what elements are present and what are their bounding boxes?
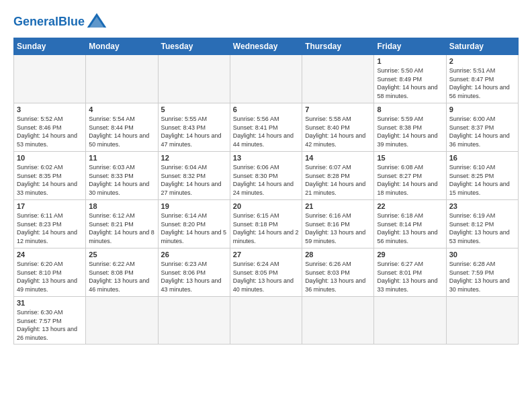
- logo-general: General: [13, 15, 58, 28]
- calendar-cell: [158, 55, 230, 103]
- calendar-cell: 27Sunrise: 6:24 AM Sunset: 8:05 PM Dayli…: [230, 248, 302, 297]
- day-number: 17: [17, 202, 83, 210]
- day-header-monday: Monday: [86, 38, 158, 55]
- calendar-cell: 24Sunrise: 6:20 AM Sunset: 8:10 PM Dayli…: [14, 248, 86, 297]
- day-number: 5: [161, 105, 227, 113]
- day-number: 30: [449, 250, 515, 259]
- day-header-tuesday: Tuesday: [158, 38, 230, 55]
- day-info: Sunrise: 5:50 AM Sunset: 8:49 PM Dayligh…: [377, 66, 443, 100]
- day-number: 7: [305, 105, 371, 113]
- day-number: 29: [377, 250, 443, 259]
- calendar-cell: 5Sunrise: 5:55 AM Sunset: 8:43 PM Daylig…: [158, 103, 230, 152]
- calendar-cell: 25Sunrise: 6:22 AM Sunset: 8:08 PM Dayli…: [86, 248, 158, 297]
- calendar-week-row: 10Sunrise: 6:02 AM Sunset: 8:35 PM Dayli…: [14, 152, 519, 200]
- day-number: 1: [377, 57, 443, 65]
- calendar-cell: 4Sunrise: 5:54 AM Sunset: 8:44 PM Daylig…: [86, 103, 158, 152]
- calendar-cell: 9Sunrise: 6:00 AM Sunset: 8:37 PM Daylig…: [446, 103, 518, 152]
- day-header-thursday: Thursday: [302, 38, 374, 55]
- calendar-cell: 29Sunrise: 6:27 AM Sunset: 8:01 PM Dayli…: [374, 248, 446, 297]
- calendar-cell: 30Sunrise: 6:28 AM Sunset: 7:59 PM Dayli…: [446, 248, 518, 297]
- calendar-cell: [230, 297, 302, 345]
- day-number: 13: [233, 154, 299, 162]
- day-number: 6: [233, 105, 299, 113]
- day-number: 10: [17, 154, 83, 162]
- day-number: 16: [449, 154, 515, 162]
- logo-icon: [86, 11, 107, 32]
- calendar-cell: 28Sunrise: 6:26 AM Sunset: 8:03 PM Dayli…: [302, 248, 374, 297]
- calendar-cell: [230, 55, 302, 103]
- day-info: Sunrise: 6:26 AM Sunset: 8:03 PM Dayligh…: [305, 260, 371, 293]
- calendar-cell: 21Sunrise: 6:16 AM Sunset: 8:16 PM Dayli…: [302, 200, 374, 248]
- day-info: Sunrise: 6:15 AM Sunset: 8:18 PM Dayligh…: [233, 212, 299, 245]
- day-number: 26: [161, 250, 227, 259]
- calendar-cell: [86, 297, 158, 345]
- calendar-cell: 8Sunrise: 5:59 AM Sunset: 8:38 PM Daylig…: [374, 103, 446, 152]
- day-info: Sunrise: 6:07 AM Sunset: 8:28 PM Dayligh…: [305, 163, 371, 197]
- day-number: 11: [89, 154, 154, 162]
- day-info: Sunrise: 6:19 AM Sunset: 8:12 PM Dayligh…: [449, 212, 515, 245]
- day-info: Sunrise: 6:08 AM Sunset: 8:27 PM Dayligh…: [377, 163, 443, 197]
- logo-blue: Blue: [58, 15, 85, 28]
- day-number: 3: [17, 105, 83, 113]
- logo-text: GeneralBlue: [13, 15, 85, 28]
- day-info: Sunrise: 6:18 AM Sunset: 8:14 PM Dayligh…: [377, 212, 443, 245]
- calendar-cell: 26Sunrise: 6:23 AM Sunset: 8:06 PM Dayli…: [158, 248, 230, 297]
- header: GeneralBlue: [13, 11, 519, 32]
- day-number: 18: [89, 202, 154, 210]
- calendar-cell: 7Sunrise: 5:58 AM Sunset: 8:40 PM Daylig…: [302, 103, 374, 152]
- day-number: 23: [449, 202, 515, 210]
- day-info: Sunrise: 6:30 AM Sunset: 7:57 PM Dayligh…: [17, 308, 83, 342]
- day-number: 27: [233, 250, 299, 259]
- day-info: Sunrise: 6:02 AM Sunset: 8:35 PM Dayligh…: [17, 163, 83, 197]
- day-number: 15: [377, 154, 443, 162]
- day-info: Sunrise: 6:10 AM Sunset: 8:25 PM Dayligh…: [449, 163, 515, 197]
- day-number: 28: [305, 250, 371, 259]
- day-info: Sunrise: 5:51 AM Sunset: 8:47 PM Dayligh…: [449, 66, 515, 100]
- day-info: Sunrise: 5:55 AM Sunset: 8:43 PM Dayligh…: [161, 115, 227, 148]
- day-info: Sunrise: 6:11 AM Sunset: 8:23 PM Dayligh…: [17, 212, 83, 245]
- calendar-week-row: 31Sunrise: 6:30 AM Sunset: 7:57 PM Dayli…: [14, 297, 519, 345]
- calendar-cell: [158, 297, 230, 345]
- calendar-cell: 17Sunrise: 6:11 AM Sunset: 8:23 PM Dayli…: [14, 200, 86, 248]
- calendar-table: SundayMondayTuesdayWednesdayThursdayFrid…: [13, 38, 519, 345]
- day-number: 21: [305, 202, 371, 210]
- day-header-saturday: Saturday: [446, 38, 518, 55]
- calendar-week-row: 1Sunrise: 5:50 AM Sunset: 8:49 PM Daylig…: [14, 55, 519, 103]
- calendar-header-row: SundayMondayTuesdayWednesdayThursdayFrid…: [14, 38, 519, 55]
- day-info: Sunrise: 5:52 AM Sunset: 8:46 PM Dayligh…: [17, 115, 83, 148]
- day-info: Sunrise: 5:59 AM Sunset: 8:38 PM Dayligh…: [377, 115, 443, 148]
- calendar-cell: [14, 55, 86, 103]
- calendar-cell: 10Sunrise: 6:02 AM Sunset: 8:35 PM Dayli…: [14, 152, 86, 200]
- calendar-week-row: 3Sunrise: 5:52 AM Sunset: 8:46 PM Daylig…: [14, 103, 519, 152]
- calendar-cell: [374, 297, 446, 345]
- day-info: Sunrise: 6:27 AM Sunset: 8:01 PM Dayligh…: [377, 260, 443, 293]
- day-info: Sunrise: 5:56 AM Sunset: 8:41 PM Dayligh…: [233, 115, 299, 148]
- day-info: Sunrise: 6:12 AM Sunset: 8:21 PM Dayligh…: [89, 212, 154, 245]
- calendar-cell: [446, 297, 518, 345]
- day-number: 25: [89, 250, 154, 259]
- calendar-cell: 22Sunrise: 6:18 AM Sunset: 8:14 PM Dayli…: [374, 200, 446, 248]
- day-number: 22: [377, 202, 443, 210]
- day-info: Sunrise: 6:28 AM Sunset: 7:59 PM Dayligh…: [449, 260, 515, 293]
- page: GeneralBlue SundayMondayTuesdayWednesday…: [0, 0, 532, 411]
- day-info: Sunrise: 6:22 AM Sunset: 8:08 PM Dayligh…: [89, 260, 154, 293]
- calendar-cell: [302, 55, 374, 103]
- day-info: Sunrise: 6:04 AM Sunset: 8:32 PM Dayligh…: [161, 163, 227, 197]
- calendar-cell: 3Sunrise: 5:52 AM Sunset: 8:46 PM Daylig…: [14, 103, 86, 152]
- day-info: Sunrise: 6:03 AM Sunset: 8:33 PM Dayligh…: [89, 163, 154, 197]
- day-header-friday: Friday: [374, 38, 446, 55]
- day-info: Sunrise: 5:58 AM Sunset: 8:40 PM Dayligh…: [305, 115, 371, 148]
- calendar-cell: 18Sunrise: 6:12 AM Sunset: 8:21 PM Dayli…: [86, 200, 158, 248]
- day-number: 12: [161, 154, 227, 162]
- calendar-cell: 23Sunrise: 6:19 AM Sunset: 8:12 PM Dayli…: [446, 200, 518, 248]
- day-info: Sunrise: 6:06 AM Sunset: 8:30 PM Dayligh…: [233, 163, 299, 197]
- logo: GeneralBlue: [13, 11, 107, 32]
- calendar-cell: 14Sunrise: 6:07 AM Sunset: 8:28 PM Dayli…: [302, 152, 374, 200]
- day-number: 24: [17, 250, 83, 259]
- calendar-cell: 15Sunrise: 6:08 AM Sunset: 8:27 PM Dayli…: [374, 152, 446, 200]
- day-number: 19: [161, 202, 227, 210]
- calendar-cell: 2Sunrise: 5:51 AM Sunset: 8:47 PM Daylig…: [446, 55, 518, 103]
- calendar-cell: 6Sunrise: 5:56 AM Sunset: 8:41 PM Daylig…: [230, 103, 302, 152]
- calendar-week-row: 24Sunrise: 6:20 AM Sunset: 8:10 PM Dayli…: [14, 248, 519, 297]
- day-header-sunday: Sunday: [14, 38, 86, 55]
